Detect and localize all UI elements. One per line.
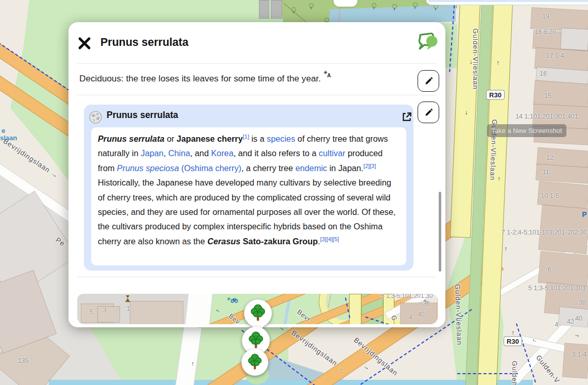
building-label: 6	[548, 266, 551, 273]
tree-icon	[248, 303, 268, 324]
tooltip-text: Take a New Screenshot	[491, 127, 562, 135]
wiki-text: Cerasus	[207, 237, 240, 246]
building	[98, 307, 119, 322]
building-label: 12	[546, 154, 554, 161]
building-label: 16	[540, 70, 547, 77]
oneway-arrow: →	[213, 307, 222, 316]
tree-marker[interactable]	[241, 349, 268, 376]
building-label: 17 1-4	[546, 52, 564, 59]
tree-symbol	[372, 3, 376, 8]
building-label: 7 1-2;4-5;101-103;201-202;301-303;401	[501, 229, 588, 236]
building-label: 42	[567, 318, 574, 325]
map-canvas[interactable]: 1918 8;2017 1-4161514 1;101;201;301;4011…	[0, 0, 588, 385]
street-label: Bevrijdingslaan →	[290, 329, 347, 373]
street-label: Gulden-	[511, 361, 518, 385]
page-title: Prunus serrulata	[100, 36, 188, 49]
wikipedia-icon	[89, 110, 102, 124]
white-road	[184, 294, 213, 324]
oneway-arrow: →	[529, 337, 538, 346]
wiki-link[interactable]: China	[168, 148, 191, 158]
route-badge: R30	[504, 337, 522, 346]
wiki-text: ,	[164, 148, 168, 158]
building-label: 4	[409, 314, 412, 321]
tree-symbol	[291, 7, 296, 12]
wiki-text: Sato-zakura Group	[240, 237, 318, 246]
translate-icon[interactable]: A	[323, 70, 332, 81]
close-icon	[78, 37, 91, 50]
wiki-reference-link[interactable]: [2][3]	[364, 162, 376, 169]
mapcomplete-logo-icon	[417, 32, 439, 55]
svg-text:A: A	[327, 73, 331, 78]
external-link-icon[interactable]	[401, 111, 412, 123]
edit-attribute-button[interactable]	[418, 70, 439, 92]
partial-top-button[interactable]	[334, 0, 357, 7]
wiki-text: is a	[249, 134, 267, 143]
wiki-reference-link[interactable]: [1]	[243, 133, 249, 140]
wikipedia-panel: Prunus serrulata Prunus serrulata or Jap…	[84, 105, 413, 271]
tree-symbol	[309, 3, 314, 8]
edit-wikipedia-button[interactable]	[418, 102, 439, 123]
wikipedia-article-title: Prunus serrulata	[107, 110, 178, 121]
building	[130, 302, 183, 324]
tree-icon	[245, 353, 265, 372]
wiki-text: , and	[190, 148, 211, 158]
wiki-text: Historically, the Japanese have develope…	[98, 178, 395, 246]
scrollbar-thumb[interactable]	[439, 192, 441, 272]
oneway-arrow: →	[501, 246, 508, 252]
top-bar-highlight	[428, 0, 588, 2]
building-label: 10 1-5	[541, 192, 559, 199]
building-label: 11	[543, 169, 549, 176]
parking-icon: P	[582, 210, 586, 219]
wiki-reference-link[interactable]: [3][4][5]	[320, 236, 339, 242]
wiki-link[interactable]: endemic	[296, 163, 327, 173]
building-label: 3	[103, 307, 107, 314]
building-label: 1	[127, 305, 130, 312]
oneway-arrow: →	[573, 330, 581, 339]
wiki-text: , a cherry tree	[241, 163, 296, 173]
tree-symbol	[324, 18, 329, 22]
attribute-text: Deciduous: the tree loses its leaves for…	[79, 73, 388, 84]
oneway-arrow: →	[188, 361, 195, 367]
building-label: 5 1;3-5;101;201;301	[528, 284, 586, 292]
wiki-link[interactable]: Korea	[211, 148, 233, 158]
tree-marker-pin[interactable]	[244, 299, 272, 327]
wiki-link[interactable]: Japan	[141, 148, 163, 158]
street-label: Bevrijdingslaan →	[2, 137, 60, 180]
water-label: slaan	[0, 134, 17, 142]
wiki-text: Japanese cherry	[177, 134, 243, 143]
pencil-icon	[424, 76, 434, 86]
divider	[77, 95, 437, 95]
building-label: 38	[579, 299, 586, 306]
close-button[interactable]	[76, 35, 93, 52]
wiki-link[interactable]: cultivar	[319, 148, 345, 158]
wiki-link[interactable]: (Oshima cherry)	[179, 163, 241, 173]
wikipedia-extract-scroll[interactable]: Prunus serrulata or Japanese cherry[1] i…	[91, 127, 406, 265]
wiki-link[interactable]: species	[267, 134, 295, 143]
water-label: e	[2, 127, 5, 135]
attribute-text-value: Deciduous: the tree loses its leaves for…	[79, 73, 321, 83]
street-label: Gulden-Vlieslaan	[454, 284, 463, 345]
yellow-road-lane	[349, 294, 361, 324]
building-label: 5	[90, 308, 93, 315]
building-label: 18 8;20	[534, 28, 556, 36]
building-label: 3 1-4	[572, 351, 587, 358]
partial-top-bar[interactable]	[426, 0, 588, 5]
building-label: 40	[575, 315, 582, 322]
building-label: 4	[555, 321, 559, 328]
building-label: 15	[544, 92, 551, 99]
wikipedia-extract-text: Prunus serrulata or Japanese cherry[1] i…	[91, 127, 406, 252]
wiki-text: in Japan.	[327, 163, 364, 173]
street-label: Bevrijdingslaan	[352, 336, 399, 377]
oneway-arrow: →	[362, 362, 371, 372]
screenshot-tooltip: Take a New Screenshot	[487, 124, 566, 137]
building-label: 40	[418, 311, 424, 318]
feature-popup: Prunus serrulata Deciduous: the tree los…	[68, 22, 445, 327]
tree-symbol	[392, 4, 397, 9]
route-badge: R30	[486, 90, 505, 100]
divider	[77, 277, 437, 277]
wiki-link[interactable]: Prunus speciosa	[117, 163, 179, 173]
building-label: 135	[18, 357, 29, 364]
oneway-arrow: →	[464, 110, 471, 116]
tree-symbol	[413, 3, 418, 7]
building-label: 14 1;101;201;301;401	[515, 113, 578, 120]
